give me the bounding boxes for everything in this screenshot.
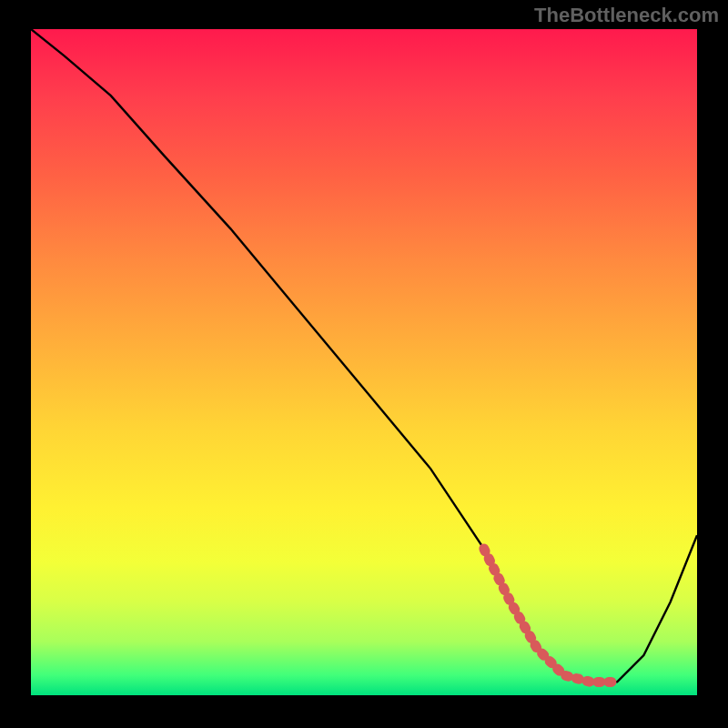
bottleneck-curve-line — [31, 29, 697, 682]
plot-area — [31, 29, 697, 695]
flat-region-overlay — [484, 549, 617, 682]
chart-container: TheBottleneck.com — [0, 0, 728, 728]
watermark-text: TheBottleneck.com — [534, 4, 719, 27]
curve-svg — [31, 29, 697, 695]
